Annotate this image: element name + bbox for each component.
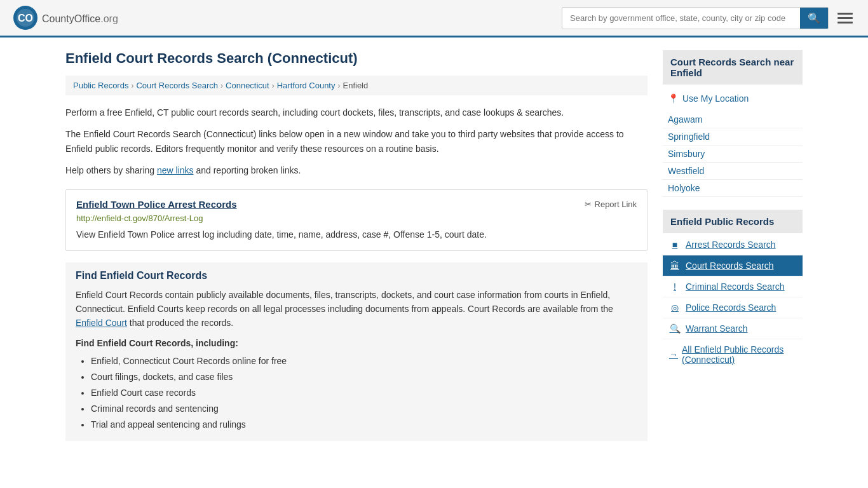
intro-p3-prefix: Help others by sharing <box>65 165 157 175</box>
site-header: CO CountyOffice.org 🔍 <box>0 0 868 37</box>
main-container: Enfield Court Records Search (Connecticu… <box>53 37 815 454</box>
sidebar-record-item[interactable]: 🔍Warrant Search <box>663 318 803 339</box>
sidebar: Court Records Search near Enfield 📍 Use … <box>663 50 803 441</box>
breadcrumb: Public Records › Court Records Search › … <box>65 76 648 95</box>
sidebar-record-label: Criminal Records Search <box>686 281 785 292</box>
sidebar-record-item[interactable]: ◎Police Records Search <box>663 297 803 318</box>
breadcrumb-court-records-search[interactable]: Court Records Search <box>136 81 218 90</box>
breadcrumb-hartford-county[interactable]: Hartford County <box>277 81 336 90</box>
nearby-list-item[interactable]: Westfield <box>663 163 803 180</box>
nearby-link[interactable]: Holyoke <box>668 183 700 193</box>
breadcrumb-enfield: Enfield <box>342 81 368 90</box>
find-section-description: Enfield Court Records contain publicly a… <box>76 288 637 330</box>
report-link-label: Report Link <box>595 200 637 209</box>
find-list: Enfield, Connecticut Court Records onlin… <box>76 353 637 433</box>
public-records-section: Enfield Public Records ■Arrest Records S… <box>663 210 803 370</box>
nearby-list-item[interactable]: Springfield <box>663 128 803 146</box>
list-item: Trial and appeal sentencing and rulings <box>91 417 637 433</box>
sidebar-record-item[interactable]: !Criminal Records Search <box>663 276 803 297</box>
main-content: Enfield Court Records Search (Connecticu… <box>65 50 648 441</box>
record-title-link[interactable]: Enfield Town Police Arrest Records <box>76 199 237 210</box>
record-type-icon: ! <box>669 281 681 292</box>
intro-paragraph-2: The Enfield Court Records Search (Connec… <box>65 127 648 156</box>
menu-button[interactable] <box>835 10 855 26</box>
logo-icon: CO <box>13 5 38 30</box>
find-including-title: Find Enfield Court Records, including: <box>76 338 637 348</box>
page-title: Enfield Court Records Search (Connecticu… <box>65 50 648 67</box>
record-type-icon: 🏛 <box>669 261 681 271</box>
list-item: Court filings, dockets, and case files <box>91 369 637 385</box>
nearby-list-item[interactable]: Simsbury <box>663 146 803 163</box>
nearby-link[interactable]: Simsbury <box>668 149 705 159</box>
search-input[interactable] <box>562 9 800 27</box>
breadcrumb-sep-3: › <box>272 81 275 90</box>
breadcrumb-sep-2: › <box>220 81 223 90</box>
intro-paragraph-1: Perform a free Enfield, CT public court … <box>65 105 648 119</box>
record-links-list: ■Arrest Records Search🏛Court Records Sea… <box>663 234 803 339</box>
arrow-right-icon: → <box>669 349 678 360</box>
scissors-icon: ✂ <box>585 200 592 209</box>
record-url[interactable]: http://enfield-ct.gov/870/Arrest-Log <box>76 214 637 223</box>
report-link[interactable]: ✂ Report Link <box>585 200 637 209</box>
intro-paragraph-3: Help others by sharing new links and rep… <box>65 163 648 177</box>
nearby-section: Court Records Search near Enfield 📍 Use … <box>663 50 803 197</box>
sidebar-record-label: Arrest Records Search <box>686 240 776 250</box>
breadcrumb-sep-1: › <box>131 81 133 90</box>
list-item: Enfield Court case records <box>91 385 637 401</box>
breadcrumb-connecticut[interactable]: Connecticut <box>226 81 269 90</box>
list-item: Criminal records and sentencing <box>91 401 637 417</box>
use-my-location[interactable]: 📍 Use My Location <box>663 91 803 106</box>
record-card: Enfield Town Police Arrest Records ✂ Rep… <box>65 189 648 251</box>
logo-name: CountyOffice <box>42 13 100 24</box>
breadcrumb-public-records[interactable]: Public Records <box>73 81 128 90</box>
nearby-link[interactable]: Westfield <box>668 166 704 176</box>
use-my-location-link[interactable]: Use My Location <box>682 93 749 104</box>
logo-suffix: .org <box>100 13 118 24</box>
sidebar-record-label: Court Records Search <box>686 261 774 271</box>
nearby-link[interactable]: Springfield <box>668 132 710 142</box>
breadcrumb-sep-4: › <box>337 81 340 90</box>
enfield-court-link[interactable]: Enfield Court <box>76 318 127 328</box>
nearby-list-item[interactable]: Agawam <box>663 111 803 128</box>
hamburger-icon <box>837 13 853 24</box>
record-type-icon: ■ <box>669 240 681 250</box>
sidebar-record-item[interactable]: ■Arrest Records Search <box>663 234 803 255</box>
record-card-header: Enfield Town Police Arrest Records ✂ Rep… <box>76 199 637 210</box>
find-section: Find Enfield Court Records Enfield Court… <box>65 262 648 441</box>
svg-text:CO: CO <box>18 13 33 24</box>
sidebar-record-label: Warrant Search <box>686 323 748 334</box>
nearby-section-title: Court Records Search near Enfield <box>663 50 803 85</box>
intro-p3-suffix: and reporting broken links. <box>194 165 301 175</box>
nearby-link[interactable]: Agawam <box>668 114 702 125</box>
list-item: Enfield, Connecticut Court Records onlin… <box>91 353 637 369</box>
sidebar-record-item[interactable]: 🏛Court Records Search <box>663 255 803 276</box>
record-description: View Enfield Town Police arrest log incl… <box>76 228 637 241</box>
find-section-title: Find Enfield Court Records <box>76 270 637 281</box>
nearby-list-item[interactable]: Holyoke <box>663 180 803 197</box>
logo-text: CountyOffice.org <box>42 10 118 26</box>
search-button[interactable]: 🔍 <box>800 8 828 29</box>
search-bar: 🔍 <box>562 7 829 29</box>
all-records-link[interactable]: → All Enfield Public Records (Connecticu… <box>663 339 803 370</box>
all-records-label: All Enfield Public Records (Connecticut) <box>682 344 796 365</box>
logo[interactable]: CO CountyOffice.org <box>13 5 118 30</box>
header-right: 🔍 <box>562 7 855 29</box>
public-records-title: Enfield Public Records <box>663 210 803 233</box>
sidebar-record-label: Police Records Search <box>686 302 776 313</box>
location-icon: 📍 <box>668 93 679 104</box>
record-type-icon: 🔍 <box>669 323 681 334</box>
nearby-list: AgawamSpringfieldSimsburyWestfieldHolyok… <box>663 111 803 197</box>
record-type-icon: ◎ <box>669 302 681 313</box>
new-links-link[interactable]: new links <box>157 165 194 175</box>
